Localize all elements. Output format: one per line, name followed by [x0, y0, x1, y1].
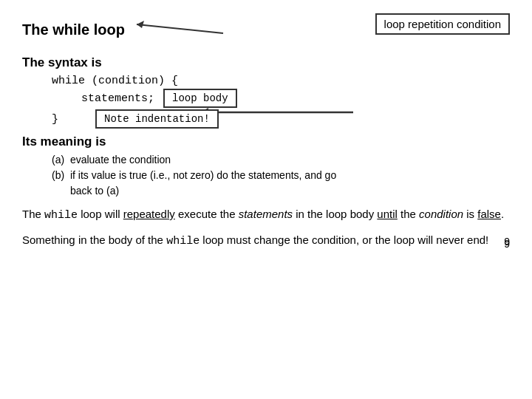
page-number-display: 9: [504, 238, 510, 250]
meaning-label: Its meaning is: [22, 134, 510, 149]
code-block: while (condition) { statements; loop bod…: [52, 75, 510, 129]
meaning-item-b-cont: back to (a): [70, 183, 510, 199]
note-indentation-label: Note indentation!: [104, 113, 210, 125]
callout-text: loop repetition condition: [384, 18, 501, 30]
page-title: The while loop: [22, 21, 125, 38]
condition-italic: condition: [419, 208, 463, 220]
syntax-section: The syntax is while (condition) { statem…: [22, 55, 510, 129]
code-line-1: while (condition) {: [52, 75, 178, 87]
meaning-item-b: (b) if its value is true (i.e., not zero…: [52, 168, 510, 183]
statements-italic: statements: [239, 208, 293, 220]
meaning-item-a: (a) evaluate the condition: [52, 152, 510, 168]
loop-body-box: loop body: [163, 89, 237, 108]
code-line-2: statements;: [81, 92, 154, 105]
while-code-p1: while: [44, 209, 78, 222]
meaning-list: (a) evaluate the condition (b) if its va…: [52, 152, 510, 199]
while-keyword: while: [52, 21, 89, 38]
note-indentation-box: Note indentation!: [95, 109, 219, 129]
repeatedly-text: repeatedly: [123, 208, 175, 220]
meaning-section: Its meaning is (a) evaluate the conditio…: [22, 134, 510, 199]
false-text: false: [477, 208, 501, 220]
while-code-p2: while: [166, 235, 200, 248]
until-text: until: [377, 208, 398, 220]
syntax-label: The syntax is: [22, 55, 510, 70]
callout-box-repetition: loop repetition condition: [375, 13, 510, 35]
paragraph-2: Something in the body of the while loop …: [22, 232, 510, 250]
loop-body-label: loop body: [172, 92, 228, 104]
paragraph-1: The while loop will repeatedly execute t…: [22, 206, 510, 225]
code-line-3: }: [52, 113, 58, 126]
